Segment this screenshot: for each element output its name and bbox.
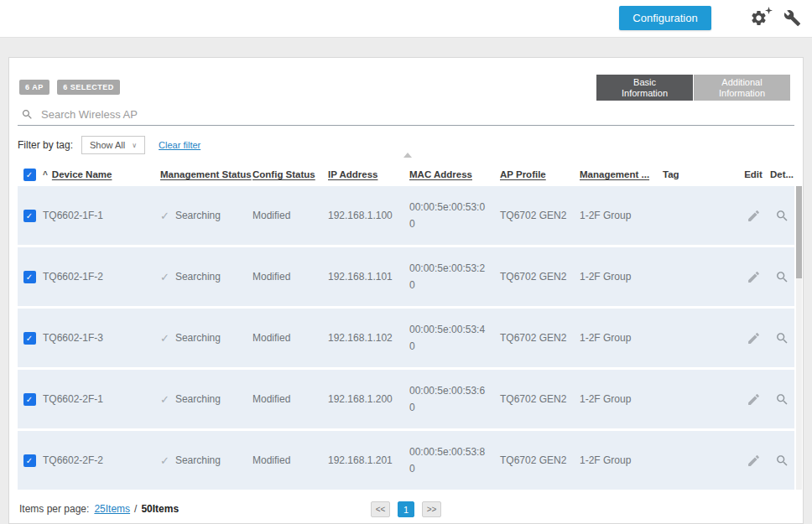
footer: Items per page: 25Items / 50Items << 1 >…: [9, 495, 803, 523]
magnifier-icon: [775, 392, 789, 407]
details-button[interactable]: [768, 331, 796, 345]
column-header-ap-profile[interactable]: AP Profile: [498, 169, 578, 179]
tab-basic-information[interactable]: Basic Information: [596, 75, 693, 101]
details-button[interactable]: [768, 270, 796, 284]
magnifier-icon: [775, 331, 789, 345]
search-input[interactable]: [41, 108, 794, 121]
count-badges: 6 AP 6 SELECTED: [19, 78, 124, 95]
row-checkbox[interactable]: [23, 210, 36, 222]
cell-management-group: 1-2F Group: [578, 210, 661, 221]
select-all-checkbox[interactable]: [23, 169, 36, 181]
pagination-first-button[interactable]: <<: [371, 501, 390, 517]
table-row: TQ6602-1F-1 Searching Modified 192.168.1…: [18, 186, 794, 245]
column-header-device-name[interactable]: ^ Device Name: [41, 169, 159, 179]
column-header-ip-address[interactable]: IP Address: [326, 169, 408, 179]
cell-mac-address: 00:00:5e:00:53:60: [408, 382, 498, 416]
cell-config-status: Modified: [251, 454, 326, 466]
pencil-icon: [747, 209, 761, 223]
cell-management-status: Searching: [159, 332, 251, 345]
table-row: TQ6602-1F-2 Searching Modified 192.168.1…: [18, 247, 794, 306]
pagination-last-button[interactable]: >>: [422, 501, 441, 517]
column-header-tag: Tag: [661, 169, 739, 179]
cell-mac-address: 00:00:5e:00:53:20: [408, 260, 498, 293]
cell-mac-address: 00:00:5e:00:53:00: [408, 199, 498, 232]
cell-ip-address: 192.168.1.101: [326, 271, 408, 283]
row-checkbox[interactable]: [23, 271, 36, 283]
details-button[interactable]: [768, 454, 796, 468]
magnifier-icon: [775, 209, 789, 223]
pagination: << 1 >>: [371, 501, 441, 517]
details-button[interactable]: [768, 392, 796, 407]
table-header: ^ Device Name Management Status Config S…: [18, 164, 794, 184]
column-header-config-status[interactable]: Config Status: [251, 169, 326, 179]
sort-asc-icon: ^: [43, 170, 48, 179]
details-button[interactable]: [768, 209, 796, 223]
pagination-page-1[interactable]: 1: [398, 501, 414, 517]
column-header-edit: Edit: [744, 169, 763, 179]
status-check-icon: [160, 271, 169, 283]
search-bar: [18, 103, 794, 126]
cell-management-group: 1-2F Group: [578, 454, 661, 466]
cell-management-status: Searching: [159, 210, 251, 222]
settings-gear-icon[interactable]: [750, 9, 770, 29]
cell-device-name: TQ6602-1F-2: [41, 271, 159, 283]
tools-wrench-icon[interactable]: [783, 9, 804, 29]
cell-ip-address: 192.168.1.102: [326, 332, 408, 344]
row-checkbox[interactable]: [23, 454, 36, 467]
cell-management-status: Searching: [159, 454, 251, 467]
cell-config-status: Modified: [251, 210, 326, 221]
cell-ap-profile: TQ6702 GEN2: [498, 271, 578, 283]
cell-ip-address: 192.168.1.100: [326, 210, 408, 221]
cell-config-status: Modified: [251, 271, 326, 283]
edit-button[interactable]: [739, 392, 768, 407]
table-scrollbar[interactable]: [796, 186, 802, 490]
cell-ip-address: 192.168.1.201: [326, 454, 408, 466]
pencil-icon: [747, 270, 761, 284]
cell-management-status: Searching: [159, 271, 251, 283]
cell-device-name: TQ6602-2F-1: [41, 393, 159, 405]
cell-management-group: 1-2F Group: [578, 332, 661, 344]
page-size-50-current[interactable]: 50Items: [141, 503, 179, 515]
column-header-management-status[interactable]: Management Status: [159, 169, 251, 179]
status-check-icon: [160, 332, 169, 345]
column-caret-decoration: [403, 153, 412, 158]
cell-ap-profile: TQ6702 GEN2: [498, 454, 578, 466]
search-icon: [21, 108, 34, 121]
edit-button[interactable]: [739, 270, 768, 284]
ap-count-badge: 6 AP: [19, 80, 49, 95]
cell-management-group: 1-2F Group: [578, 271, 661, 283]
pencil-icon: [747, 392, 761, 407]
filter-row: Filter by tag: Show All ∨ Clear filter: [18, 136, 200, 154]
tag-filter-dropdown[interactable]: Show All ∨: [81, 136, 145, 154]
wireless-ap-panel: 6 AP 6 SELECTED Basic Information Additi…: [8, 57, 804, 524]
table-row: TQ6602-2F-2 Searching Modified 192.168.1…: [18, 431, 794, 490]
configuration-button[interactable]: Configuration: [619, 6, 711, 30]
cell-device-name: TQ6602-1F-3: [41, 332, 159, 344]
edit-button[interactable]: [739, 331, 768, 345]
cell-ap-profile: TQ6702 GEN2: [498, 332, 578, 344]
column-header-management-group[interactable]: Management ...: [578, 169, 661, 179]
row-checkbox[interactable]: [23, 332, 36, 345]
cell-mac-address: 00:00:5e:00:53:80: [408, 444, 498, 477]
cell-ap-profile: TQ6702 GEN2: [498, 393, 578, 405]
pencil-icon: [747, 454, 761, 468]
scrollbar-thumb[interactable]: [796, 186, 802, 278]
row-checkbox[interactable]: [23, 393, 36, 406]
star-badge-icon: [765, 7, 773, 14]
cell-config-status: Modified: [251, 393, 326, 405]
table-body: TQ6602-1F-1 Searching Modified 192.168.1…: [18, 186, 794, 492]
edit-button[interactable]: [739, 209, 768, 223]
wrench-icon: [783, 9, 801, 27]
tab-additional-information[interactable]: Additional Information: [694, 75, 790, 101]
cell-management-group: 1-2F Group: [578, 393, 661, 405]
table-row: TQ6602-1F-3 Searching Modified 192.168.1…: [18, 309, 794, 367]
page-size-25-link[interactable]: 25Items: [94, 503, 130, 515]
edit-button[interactable]: [739, 454, 768, 468]
filter-by-tag-label: Filter by tag:: [18, 139, 73, 151]
cell-config-status: Modified: [251, 332, 326, 344]
column-header-mac-address[interactable]: MAC Address: [408, 169, 498, 179]
clear-filter-link[interactable]: Clear filter: [159, 140, 200, 150]
cell-ip-address: 192.168.1.200: [326, 393, 408, 405]
tag-filter-value: Show All: [90, 140, 125, 150]
status-check-icon: [160, 393, 169, 406]
